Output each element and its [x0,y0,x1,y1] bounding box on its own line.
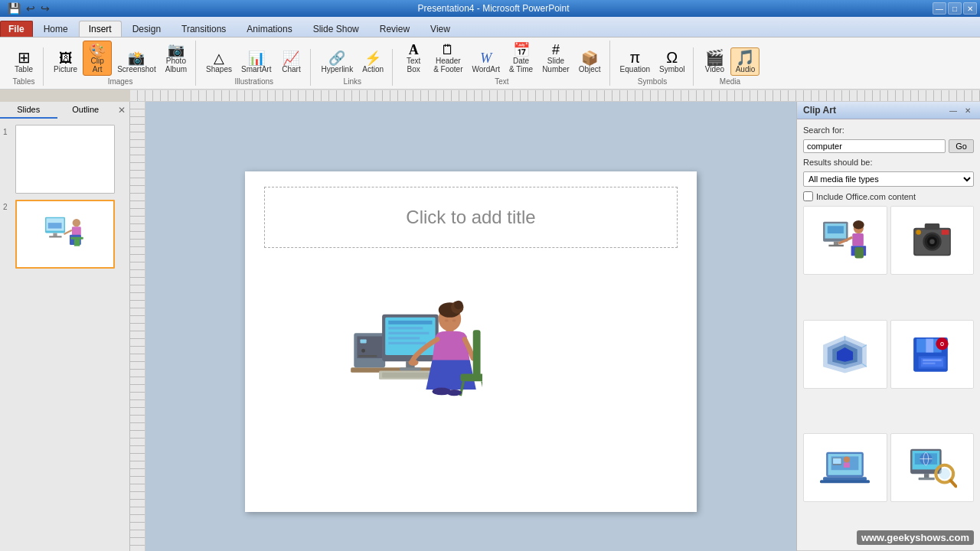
tab-insert[interactable]: Insert [79,21,122,37]
hyperlink-button[interactable]: 🔗 Hyperlink [317,49,357,76]
tab-slides[interactable]: Slides [0,102,57,119]
textbox-button[interactable]: A TextBox [399,41,428,76]
smartart-button[interactable]: 📊 SmartArt [237,49,275,76]
svg-rect-36 [473,330,481,377]
clip-art-close[interactable]: ✕ [962,105,974,116]
header-footer-button[interactable]: 🗒 Header& Footer [430,41,466,76]
horizontal-ruler [130,90,980,102]
table-button[interactable]: ⊞ Table [9,47,38,76]
clip-art-image[interactable] [345,279,482,401]
clip-item-5-svg [820,445,870,490]
clip-item-1-svg [820,218,870,262]
titlebar: 💾 ↩ ↪ Presentation4 - Microsoft PowerPoi… [0,0,980,17]
tab-transitions[interactable]: Transitions [172,21,236,37]
datetime-button[interactable]: 📅 Date& Time [505,41,537,76]
clip-art-button[interactable]: 🎨 ClipArt [83,41,112,76]
tab-home[interactable]: Home [34,21,78,37]
photo-album-button[interactable]: 📷 PhotoAlbum [162,41,191,76]
tab-outline[interactable]: Outline [57,102,115,119]
clip-art-minimize[interactable]: — [947,105,959,116]
svg-point-48 [853,220,864,229]
clip-item-4[interactable]: O [890,320,975,389]
slide-preview-1[interactable] [15,125,115,194]
media-type-row: All media file types [803,171,974,187]
audio-button[interactable]: 🎵 Audio [730,47,760,76]
equation-button[interactable]: π Equation [616,47,654,76]
undo-button[interactable]: ↩ [24,2,37,15]
svg-rect-10 [74,240,80,246]
save-button[interactable]: 💾 [6,2,22,15]
tab-view[interactable]: View [420,21,460,37]
svg-point-41 [446,390,462,396]
hyperlink-icon: 🔗 [328,51,345,65]
clip-item-6[interactable] [890,433,975,502]
slide-thumbnail-2[interactable]: 2 [3,200,126,269]
ribbon: File Home Insert Design Transitions Anim… [0,17,980,90]
symbol-button[interactable]: Ω Symbol [655,47,688,76]
clip-art-search-input[interactable] [803,139,946,153]
redo-button[interactable]: ↪ [39,2,51,15]
restore-button[interactable]: □ [948,2,962,15]
photo-album-icon: 📷 [168,43,185,57]
clip-item-1[interactable] [803,206,887,275]
window-controls: — □ ✕ [933,2,977,15]
close-panel-button[interactable]: ✕ [116,104,128,116]
quick-access-toolbar: 💾 ↩ ↪ [3,0,54,17]
svg-rect-83 [844,463,850,468]
clip-art-grid: O [803,206,974,544]
clip-item-3[interactable] [803,320,887,389]
header-footer-icon: 🗒 [441,43,455,57]
tab-file[interactable]: File [0,21,33,37]
go-button[interactable]: Go [949,139,974,153]
svg-rect-4 [49,236,61,237]
media-type-select[interactable]: All media file types [803,171,974,187]
screenshot-button[interactable]: 📸 Screenshot [113,49,160,76]
wordart-icon: W [480,51,492,65]
group-symbols: π Equation Ω Symbol Symbols [612,47,694,86]
svg-point-60 [916,230,921,235]
tab-animations[interactable]: Animations [237,21,302,37]
svg-point-5 [73,219,80,227]
svg-rect-51 [855,247,864,259]
svg-rect-20 [388,327,423,329]
slide-preview-2[interactable] [15,200,115,269]
include-office-checkbox[interactable] [803,191,813,201]
svg-rect-2 [48,223,62,228]
svg-rect-22 [388,337,420,339]
title-placeholder[interactable]: Click to add title [264,187,678,248]
svg-rect-21 [388,332,429,334]
svg-rect-74 [923,362,935,364]
tab-design[interactable]: Design [122,21,171,37]
picture-button[interactable]: 🖼 Picture [50,49,81,76]
slide-thumbnail-1[interactable]: 1 [3,125,126,194]
symbol-icon: Ω [666,50,678,65]
svg-rect-16 [358,355,377,357]
close-button[interactable]: ✕ [963,2,977,15]
svg-rect-23 [388,342,426,344]
svg-text:O: O [940,341,944,347]
main-area: Slides Outline ✕ 1 2 [0,102,980,551]
table-icon: ⊞ [18,50,31,65]
shapes-button[interactable]: △ Shapes [202,49,236,76]
slide-number-1: 1 [3,128,12,136]
clip-item-5[interactable] [803,433,887,502]
clip-art-panel: Clip Art — ✕ Search for: Go Results shou… [796,102,980,551]
video-button[interactable]: 🎬 Video [700,47,729,76]
action-button[interactable]: ⚡ Action [358,49,387,76]
clip-item-2[interactable] [890,206,975,275]
group-images: 🖼 Picture 🎨 ClipArt 📸 Screenshot 📷 Photo… [45,41,196,86]
svg-rect-85 [820,481,870,484]
picture-icon: 🖼 [59,51,73,65]
object-button[interactable]: 📦 Object [575,49,605,76]
minimize-button[interactable]: — [933,2,946,15]
slide-number-button[interactable]: # SlideNumber [538,41,573,76]
tab-review[interactable]: Review [370,21,420,37]
svg-rect-46 [829,245,844,246]
vertical-ruler [130,102,145,551]
tab-slideshow[interactable]: Slide Show [303,21,369,37]
slide-canvas[interactable]: Click to add title [245,171,697,512]
chart-button[interactable]: 📈 Chart [276,49,305,76]
svg-point-82 [844,457,850,463]
wordart-button[interactable]: W WordArt [469,49,505,76]
svg-rect-58 [925,223,940,230]
